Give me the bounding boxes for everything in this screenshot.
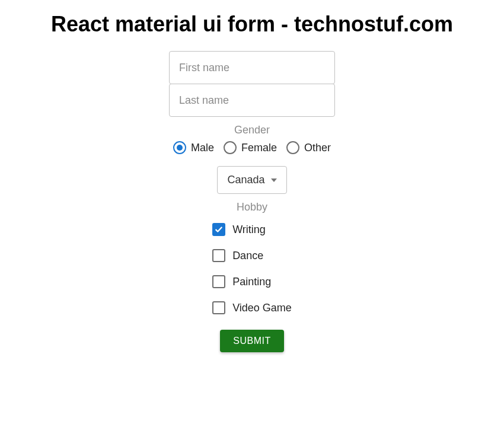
- gender-radio-other[interactable]: Other: [286, 141, 331, 154]
- country-select[interactable]: Canada: [217, 166, 286, 194]
- hobby-label: Hobby: [237, 201, 267, 213]
- hobby-checkbox-painting[interactable]: Painting: [212, 275, 271, 288]
- checkbox-label: Dance: [232, 250, 263, 262]
- checkbox-icon: [212, 223, 225, 236]
- hobby-checkbox-group: Writing Dance Painting Video Game: [212, 223, 292, 314]
- checkbox-icon: [212, 249, 225, 262]
- last-name-input[interactable]: [169, 84, 335, 117]
- checkbox-label: Writing: [232, 224, 266, 236]
- radio-icon: [173, 141, 186, 154]
- checkbox-label: Painting: [232, 276, 271, 288]
- gender-radio-male[interactable]: Male: [173, 141, 214, 154]
- gender-radio-female[interactable]: Female: [224, 141, 277, 154]
- radio-icon: [224, 141, 237, 154]
- radio-label: Male: [191, 142, 214, 154]
- checkbox-icon: [212, 275, 225, 288]
- hobby-checkbox-dance[interactable]: Dance: [212, 249, 263, 262]
- first-name-input[interactable]: [169, 51, 335, 84]
- checkbox-icon: [212, 301, 225, 314]
- hobby-checkbox-writing[interactable]: Writing: [212, 223, 266, 236]
- submit-button[interactable]: SUBMIT: [220, 330, 283, 352]
- country-selected-label: Canada: [227, 174, 264, 186]
- radio-label: Female: [241, 142, 277, 154]
- gender-label: Gender: [234, 124, 270, 136]
- page-title: React material ui form - technostuf.com: [12, 12, 492, 37]
- caret-down-icon: [271, 178, 277, 182]
- radio-icon: [286, 141, 299, 154]
- hobby-checkbox-videogame[interactable]: Video Game: [212, 301, 292, 314]
- gender-radio-group: Male Female Other: [173, 141, 331, 154]
- form-container: Gender Male Female Other Canada Hobby Wr…: [12, 51, 492, 352]
- radio-label: Other: [304, 142, 331, 154]
- checkbox-label: Video Game: [232, 302, 292, 314]
